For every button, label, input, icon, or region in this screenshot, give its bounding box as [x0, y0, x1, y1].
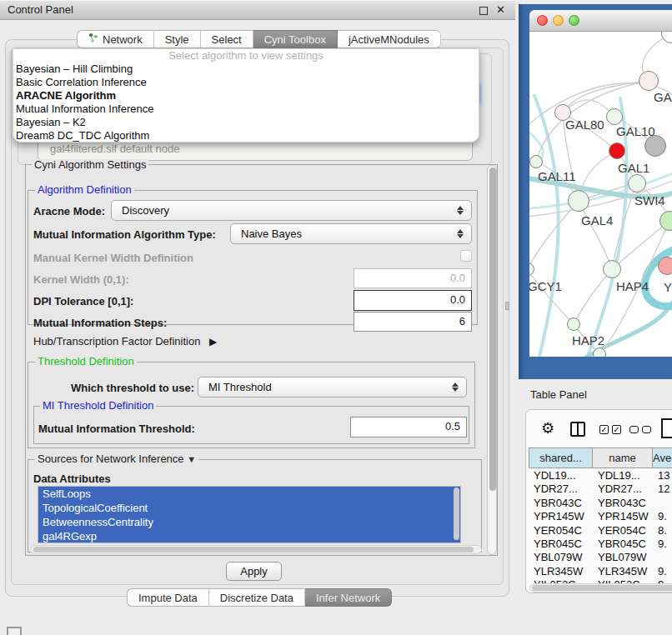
gear-icon[interactable]: ⚙ — [541, 419, 554, 438]
network-canvas[interactable]: GALGAL80GAL10GAL1GAL11SWI4GAL4GCY1HAP4YH… — [529, 32, 672, 357]
checked-checkbox-icon[interactable]: ✓ — [599, 425, 609, 434]
table-cell: YER054C — [598, 524, 651, 537]
page-icon[interactable] — [661, 418, 672, 438]
apply-button[interactable]: Apply — [226, 562, 282, 581]
settings-scrollbar[interactable] — [487, 165, 497, 555]
close-traffic-icon[interactable] — [537, 15, 548, 26]
checked-checkbox-icon[interactable]: ✓ — [612, 425, 621, 434]
dpi-tolerance-field[interactable]: 0.0 — [354, 290, 472, 311]
algorithm-definition-title: Algorithm Definition — [35, 184, 134, 195]
mi-threshold-field[interactable]: 0.5 — [350, 417, 467, 438]
dropdown-item[interactable]: Mutual Information Inference — [13, 102, 479, 116]
network-node-hap2[interactable] — [567, 318, 580, 331]
zoom-traffic-icon[interactable] — [569, 15, 579, 26]
network-node-hap4[interactable] — [603, 260, 621, 278]
mi-threshold-title: MI Threshold Definition — [40, 400, 156, 411]
network-node-gal11[interactable] — [529, 155, 543, 168]
tab-infer-network[interactable]: Infer Network — [305, 588, 392, 607]
hub-section-toggle[interactable]: Hub/Transcription Factor Definition ▶ — [33, 335, 217, 348]
sources-title[interactable]: Sources for Network Inference ▼ — [35, 453, 198, 465]
attribute-list-item[interactable]: BetweennessCentrality — [38, 515, 460, 529]
tab-impute-data[interactable]: Impute Data — [127, 588, 209, 607]
minimize-traffic-icon[interactable] — [553, 15, 564, 26]
table-row[interactable]: YBR045CYBR045C9. — [529, 538, 672, 552]
tab-style[interactable]: Style — [154, 30, 201, 48]
unchecked-checkbox-icon[interactable] — [642, 426, 651, 433]
manual-kernel-width-checkbox[interactable] — [460, 250, 472, 262]
dropdown-item[interactable]: Basic Correlation Inference — [13, 76, 479, 89]
table-row[interactable]: YLR345WYLR345W9. — [529, 565, 672, 579]
table-row[interactable]: YBR043CYBR043C — [529, 497, 672, 511]
aracne-mode-label: Aracne Mode: — [33, 205, 105, 218]
network-node-gal4[interactable] — [568, 190, 589, 212]
node-label-y: Y — [664, 280, 672, 294]
tab-network[interactable]: Network — [77, 30, 154, 48]
network-node[interactable] — [644, 135, 666, 157]
network-node-y[interactable] — [658, 257, 672, 275]
table-row[interactable]: YBL079WYBL079W — [529, 551, 672, 565]
tab-cyni-toolbox[interactable]: Cyni Toolbox — [253, 30, 338, 48]
table-row[interactable]: YPR145WYPR145W9. — [529, 510, 672, 524]
tab-select[interactable]: Select — [201, 30, 253, 48]
dropdown-item[interactable]: Dream8 DC_TDC Algorithm — [13, 129, 479, 142]
network-node-gal[interactable] — [639, 71, 659, 91]
node-label-gal4: GAL4 — [581, 213, 613, 228]
table-cell: YDL19... — [598, 469, 651, 482]
table-cell: 9. — [658, 510, 672, 522]
manual-kernel-width-label: Manual Kernel Width Definition — [33, 252, 193, 264]
tab-label: Style — [165, 31, 189, 48]
network-node[interactable] — [593, 348, 606, 357]
data-attributes-list[interactable]: SelfLoopsTopologicalCoefficientBetweenne… — [38, 486, 461, 543]
panel-corner-grip[interactable] — [7, 627, 22, 635]
table-row[interactable]: YDL19...YDL19...13 — [529, 469, 672, 483]
mi-algorithm-type-label: Mutual Information Algorithm Type: — [33, 228, 216, 241]
network-window-titlebar[interactable] — [529, 10, 672, 32]
network-node-gal1[interactable] — [628, 174, 646, 192]
node-label-swi4: SWI4 — [634, 193, 665, 208]
mi-algorithm-type-combo[interactable]: Naive Bayes — [230, 223, 472, 244]
table-cell: YPR145W — [534, 510, 591, 522]
column-header-1[interactable]: shared... — [529, 448, 593, 468]
unchecked-checkbox-icon[interactable] — [629, 426, 639, 433]
aracne-mode-combo[interactable]: Discovery — [111, 200, 472, 221]
table-cell: YBR045C — [534, 538, 591, 550]
node-label-gcy1: GCY1 — [529, 279, 562, 293]
panel-splitter-handle[interactable] — [505, 302, 509, 310]
column-header-2[interactable]: name — [593, 448, 653, 468]
mi-steps-label: Mutual Information Steps: — [33, 317, 167, 329]
combo-arrows-icon — [452, 382, 459, 392]
settings-hscrollbar[interactable] — [30, 545, 482, 554]
expand-right-icon: ▶ — [209, 336, 217, 348]
attribute-list-item[interactable]: gal4RGexp — [38, 529, 460, 543]
attribute-list-scrollbar[interactable] — [453, 488, 460, 542]
tab-jactivemnodules[interactable]: jActiveMNodules — [338, 30, 441, 48]
table-cell: 12 — [658, 482, 672, 495]
table-row[interactable]: YDR27...YDR27...12 — [529, 482, 672, 497]
tab-label: Select — [212, 31, 242, 48]
network-node-gal10[interactable] — [606, 108, 623, 125]
column-header-3[interactable]: AverageShortestPathLength — [653, 448, 672, 468]
close-icon[interactable]: ✕ — [496, 3, 505, 16]
which-threshold-combo[interactable]: MI Threshold — [198, 377, 467, 398]
dropdown-item[interactable]: ARACNE Algorithm — [13, 89, 479, 102]
float-window-icon[interactable] — [479, 7, 488, 15]
tab-discretize-data[interactable]: Discretize Data — [209, 588, 305, 607]
attribute-list-item[interactable]: TopologicalCoefficient — [38, 501, 460, 515]
node-label-hap4: HAP4 — [616, 279, 649, 293]
control-panel-tabs: NetworkStyleSelectCyni ToolboxjActiveMNo… — [77, 30, 441, 48]
kernel-width-label: Kernel Width (0,1): — [33, 273, 129, 286]
control-panel-titlebar: Control Panel ✕ — [0, 0, 515, 20]
algorithm-dropdown-popup: Select algorithm to view settings Bayesi… — [13, 48, 479, 142]
dropdown-item[interactable]: Bayesian – Hill Climbing — [13, 62, 479, 76]
table-row[interactable]: YER054CYER054C8. — [529, 524, 672, 538]
dropdown-item[interactable]: Bayesian – K2 — [13, 116, 479, 129]
table-panel: ⚙ ✓ ✓ shared...nameAverageShortestPathLe… — [525, 409, 672, 593]
table-hscrollbar[interactable] — [529, 583, 672, 592]
network-node[interactable] — [609, 142, 625, 159]
mi-steps-field[interactable]: 6 — [354, 312, 472, 332]
columns-icon[interactable] — [570, 422, 585, 437]
tab-label: Discretize Data — [220, 589, 293, 607]
attribute-list-item[interactable]: SelfLoops — [38, 487, 460, 501]
kernel-width-field[interactable]: 0.0 — [354, 268, 472, 288]
node-label-gal11: GAL11 — [538, 169, 576, 183]
